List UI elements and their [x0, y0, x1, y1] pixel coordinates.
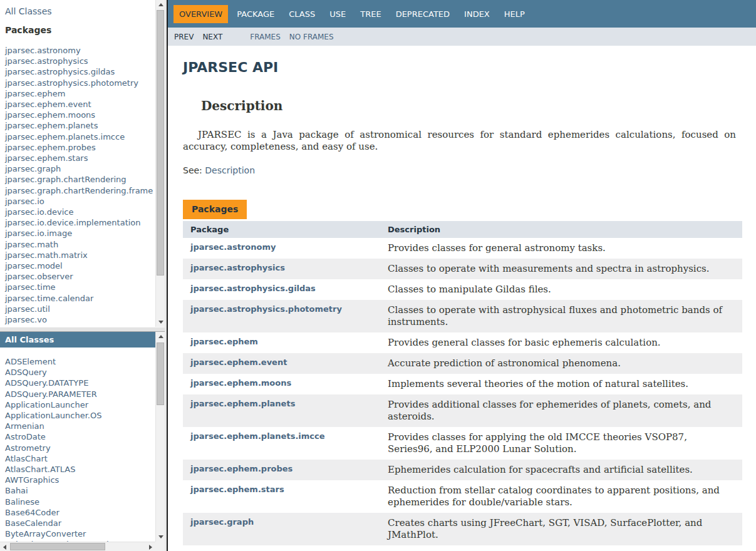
- table-row: jparsec.ephem.planets Provides additiona…: [183, 394, 742, 427]
- class-list-item[interactable]: BaseCalendar: [5, 518, 155, 528]
- package-link[interactable]: jparsec.astrophysics.photometry: [183, 300, 380, 332]
- package-list-item[interactable]: jparsec.astrophysics.gildas: [5, 66, 161, 77]
- scroll-down-button[interactable]: [156, 532, 165, 542]
- scroll-down-button[interactable]: [156, 317, 165, 327]
- package-list-item[interactable]: jparsec.ephem.planets.imcce: [5, 131, 161, 142]
- package-description: Provides additional classes for ephemeri…: [380, 394, 742, 427]
- package-list-item[interactable]: jparsec.io.image: [5, 228, 161, 239]
- package-list-item[interactable]: jparsec.ephem.moons: [5, 110, 161, 120]
- nav-tab[interactable]: CLASS: [283, 5, 321, 23]
- see-label: See:: [183, 165, 202, 175]
- package-list-item[interactable]: jparsec.math: [5, 239, 161, 250]
- package-list-item[interactable]: jparsec.util: [5, 304, 161, 314]
- class-list-item[interactable]: Bahai: [5, 485, 155, 496]
- all-classes-link[interactable]: All Classes: [5, 6, 52, 16]
- scroll-up-button[interactable]: [156, 332, 165, 341]
- class-list-scrollbar-vertical[interactable]: [155, 332, 165, 542]
- scrollbar-thumb[interactable]: [157, 342, 164, 405]
- package-list-item[interactable]: jparsec.graph.chartRendering: [5, 174, 161, 185]
- scrollbar-thumb[interactable]: [157, 10, 164, 276]
- package-link[interactable]: jparsec.astrophysics.gildas: [183, 279, 380, 300]
- nav-tab[interactable]: USE: [324, 5, 351, 23]
- packages-section: Packages Package Description jparsec.ast…: [183, 200, 736, 551]
- nav-tab[interactable]: DEPRECATED: [390, 5, 455, 23]
- package-link[interactable]: jparsec.astronomy: [183, 238, 380, 259]
- class-list-item[interactable]: Balinese: [5, 497, 155, 507]
- class-list-item[interactable]: ADSElement: [5, 356, 155, 367]
- package-list-item[interactable]: jparsec.io.device: [5, 207, 161, 217]
- package-list-item[interactable]: jparsec.ephem.planets: [5, 120, 161, 131]
- table-row: jparsec.ephem Provides general classes f…: [183, 332, 742, 353]
- package-list-item[interactable]: jparsec.model: [5, 260, 161, 271]
- no-frames-link[interactable]: NO FRAMES: [289, 33, 334, 41]
- package-list-item[interactable]: jparsec.observer: [5, 271, 161, 282]
- arrow-right-icon: [149, 545, 152, 550]
- package-link[interactable]: jparsec.ephem: [183, 332, 380, 353]
- package-list-item[interactable]: jparsec.astrophysics.photometry: [5, 78, 161, 88]
- class-list-item[interactable]: AtlasChart: [5, 453, 155, 464]
- class-list-item[interactable]: Armenian: [5, 421, 155, 431]
- package-list-item[interactable]: jparsec.io: [5, 196, 161, 207]
- class-list-item[interactable]: AstroDate: [5, 431, 155, 442]
- class-list-item[interactable]: Base64Coder: [5, 507, 155, 518]
- scroll-right-button[interactable]: [146, 542, 155, 551]
- frame-divider-horizontal[interactable]: [0, 327, 165, 332]
- class-list-item[interactable]: Astrometry: [5, 443, 155, 453]
- class-list-scrollbar-horizontal[interactable]: [0, 542, 155, 551]
- package-list-item[interactable]: jparsec.time: [5, 282, 161, 292]
- nav-tab[interactable]: TREE: [355, 5, 386, 23]
- class-list-item[interactable]: ADSQuery.PARAMETER: [5, 389, 155, 399]
- packages-heading: Packages: [5, 25, 161, 35]
- package-list-item[interactable]: jparsec.io.device.implementation: [5, 217, 161, 228]
- package-link[interactable]: jparsec.graph.chartRendering: [183, 545, 380, 551]
- class-list-item[interactable]: ADSQuery.DATATYPE: [5, 378, 155, 388]
- nav-tab[interactable]: INDEX: [458, 5, 495, 23]
- packages-table-caption: Packages: [183, 200, 247, 219]
- package-link[interactable]: jparsec.graph: [183, 513, 380, 545]
- class-list-item[interactable]: ApplicationLauncher.OS: [5, 410, 155, 421]
- class-list-item[interactable]: ApplicationLauncher: [5, 399, 155, 410]
- class-list-item[interactable]: ByteArrayConverter: [5, 528, 155, 539]
- packages-table: Package Description jparsec.astronomy Pr…: [183, 221, 742, 551]
- package-link[interactable]: jparsec.ephem.event: [183, 353, 380, 374]
- package-description: [380, 545, 742, 551]
- class-list-item[interactable]: ADSQuery: [5, 367, 155, 378]
- class-list-item[interactable]: AWTGraphics: [5, 475, 155, 485]
- nav-tab[interactable]: OVERVIEW: [173, 5, 228, 23]
- package-list-item[interactable]: jparsec.graph: [5, 163, 161, 174]
- package-list-item[interactable]: jparsec.ephem: [5, 88, 161, 99]
- package-list-item[interactable]: jparsec.astronomy: [5, 45, 161, 56]
- package-description: Classes to manipulate Gildas files.: [380, 279, 742, 300]
- package-list-item[interactable]: jparsec.math.matrix: [5, 250, 161, 260]
- package-list-item[interactable]: jparsec.ephem.probes: [5, 142, 161, 153]
- package-list-item[interactable]: jparsec.ephem.event: [5, 99, 161, 110]
- table-row: jparsec.graph Creates charts using JFree…: [183, 513, 742, 545]
- table-header-row: Package Description: [183, 221, 742, 238]
- nav-tab[interactable]: HELP: [499, 5, 531, 23]
- package-description: Classes to operate with astrophysical fl…: [380, 300, 742, 332]
- see-description-link[interactable]: Description: [205, 165, 255, 175]
- frames-link[interactable]: FRAMES: [250, 33, 281, 41]
- arrow-left-icon: [3, 545, 6, 550]
- table-row: jparsec.astrophysics.photometry Classes …: [183, 300, 742, 332]
- page-title: JPARSEC API: [183, 59, 736, 75]
- package-list-item[interactable]: jparsec.vo: [5, 314, 161, 325]
- package-list-item[interactable]: jparsec.time.calendar: [5, 293, 161, 304]
- package-link[interactable]: jparsec.ephem.planets.imcce: [183, 427, 380, 460]
- nav-tab[interactable]: PACKAGE: [231, 5, 280, 23]
- package-list-scrollbar[interactable]: [155, 0, 165, 327]
- package-link[interactable]: jparsec.ephem.moons: [183, 374, 380, 394]
- package-link[interactable]: jparsec.ephem.stars: [183, 480, 380, 513]
- package-list-item[interactable]: jparsec.graph.chartRendering.frame: [5, 185, 161, 196]
- table-row: jparsec.astrophysics.gildas Classes to m…: [183, 279, 742, 300]
- all-classes-frame-header: All Classes: [0, 332, 155, 348]
- scrollbar-thumb[interactable]: [10, 543, 105, 550]
- package-list-item[interactable]: jparsec.astrophysics: [5, 56, 161, 66]
- class-list-item[interactable]: AtlasChart.ATLAS: [5, 464, 155, 475]
- scroll-up-button[interactable]: [156, 0, 165, 9]
- scroll-left-button[interactable]: [0, 542, 9, 551]
- package-list-item[interactable]: jparsec.ephem.stars: [5, 153, 161, 163]
- package-link[interactable]: jparsec.astrophysics: [183, 259, 380, 279]
- package-link[interactable]: jparsec.ephem.probes: [183, 460, 380, 480]
- package-link[interactable]: jparsec.ephem.planets: [183, 394, 380, 427]
